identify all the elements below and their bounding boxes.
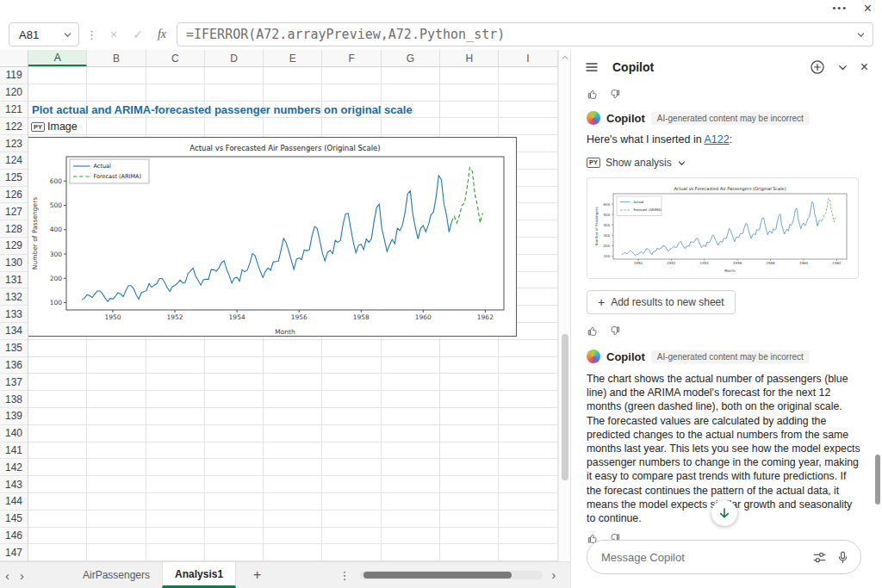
row-header-139[interactable]: 139 (0, 408, 28, 425)
scroll-right-icon[interactable]: › (551, 568, 556, 582)
svg-text:Actual: Actual (94, 163, 112, 170)
message-feedback-row (587, 325, 861, 337)
add-results-button[interactable]: + Add results to new sheet (587, 290, 736, 314)
scroll-up-icon[interactable] (561, 53, 569, 62)
column-header-D[interactable]: D (205, 50, 264, 66)
svg-text:1962: 1962 (832, 261, 842, 265)
row-header-141[interactable]: 141 (0, 443, 28, 460)
formula-bar-dots-icon[interactable]: ⋮ (84, 28, 99, 41)
sheet-vertical-scrollbar[interactable] (558, 50, 570, 561)
svg-text:Month: Month (724, 269, 736, 273)
grid-cells[interactable]: Plot actual and ARIMA-forecasted passeng… (28, 67, 558, 561)
menu-icon[interactable] (585, 60, 599, 74)
inserted-message: Here's what I inserted in A122: (587, 133, 861, 145)
row-header-126[interactable]: 126 (0, 187, 28, 204)
sheet-tab-analysis1[interactable]: Analysis1 (162, 562, 236, 588)
copilot-pane-scrollbar[interactable] (875, 455, 880, 504)
column-header-F[interactable]: F (322, 50, 381, 66)
previous-feedback-row (587, 88, 861, 101)
thumbs-up-icon[interactable] (587, 88, 599, 101)
svg-text:1952: 1952 (667, 261, 676, 265)
row-header-125[interactable]: 125 (0, 170, 28, 187)
column-header-E[interactable]: E (264, 50, 322, 66)
row-header-133[interactable]: 133 (0, 306, 28, 323)
row-header-136[interactable]: 136 (0, 357, 28, 374)
sheet-nav-left-icon[interactable]: ‹ (0, 568, 15, 583)
thumbs-up-icon[interactable] (587, 325, 599, 337)
thumbs-down-icon[interactable] (608, 88, 621, 101)
row-header-132[interactable]: 132 (0, 288, 28, 306)
svg-text:500: 500 (604, 213, 611, 217)
row-header-129[interactable]: 129 (0, 238, 28, 255)
horizontal-scroll-thumb[interactable] (363, 572, 512, 579)
thumbs-down-icon[interactable] (608, 325, 621, 337)
microphone-icon[interactable] (835, 550, 850, 565)
svg-text:400: 400 (50, 226, 63, 233)
row-header-135[interactable]: 135 (0, 340, 28, 357)
window-close-icon[interactable]: × (864, 1, 872, 16)
column-header-H[interactable]: H (440, 50, 499, 66)
chart-preview-card[interactable]: 1950195219541956195819601962100200300400… (587, 177, 859, 279)
svg-text:1952: 1952 (167, 313, 183, 321)
row-header-122[interactable]: 122 (0, 118, 28, 135)
row-header-128[interactable]: 128 (0, 220, 28, 238)
row-header-147[interactable]: 147 (0, 544, 28, 561)
row-header-120[interactable]: 120 (0, 84, 28, 102)
row-header-140[interactable]: 140 (0, 425, 28, 443)
horizontal-scrollbar[interactable] (360, 571, 543, 579)
column-header-B[interactable]: B (87, 50, 146, 66)
cell-a122-python: PY Image (31, 118, 78, 135)
row-header-146[interactable]: 146 (0, 528, 28, 545)
svg-text:100: 100 (604, 254, 611, 258)
svg-text:300: 300 (604, 233, 611, 238)
row-header-124[interactable]: 124 (0, 152, 28, 170)
row-header-130[interactable]: 130 (0, 255, 28, 272)
insert-function-icon[interactable]: fx (152, 28, 171, 41)
embedded-chart-image[interactable]: 1950195219541956195819601962100200300400… (28, 137, 517, 337)
sheet-nav-right-icon[interactable]: › (15, 568, 29, 583)
show-analysis-toggle[interactable]: PY Show analysis (587, 157, 861, 169)
row-header-134[interactable]: 134 (0, 323, 28, 340)
name-box[interactable]: A81 (9, 22, 79, 46)
row-header-142[interactable]: 142 (0, 459, 28, 476)
vertical-scroll-thumb[interactable] (562, 334, 568, 480)
sliders-icon[interactable] (812, 550, 827, 565)
select-all-corner[interactable] (0, 50, 28, 66)
add-sheet-button[interactable]: + (253, 567, 261, 583)
sheet-tab-bar: ‹ › AirPassengers Analysis1 + ⋮ › (0, 561, 570, 588)
show-analysis-label: Show analysis (606, 157, 672, 169)
window-more-icon[interactable]: ••• (832, 3, 848, 13)
sheet-tab-airpassengers[interactable]: AirPassengers (71, 562, 162, 588)
scroll-to-bottom-button[interactable] (711, 500, 737, 526)
column-header-G[interactable]: G (382, 50, 440, 66)
sheet-bar-dots-icon[interactable]: ⋮ (339, 569, 350, 582)
expand-formula-bar-icon[interactable] (856, 30, 866, 40)
formula-input[interactable] (186, 27, 856, 42)
confirm-formula-icon[interactable]: ✓ (128, 28, 147, 41)
row-header-131[interactable]: 131 (0, 272, 28, 289)
close-pane-icon[interactable]: × (860, 59, 868, 75)
collapse-pane-icon[interactable] (837, 62, 848, 73)
row-header-123[interactable]: 123 (0, 135, 28, 152)
column-header-A[interactable]: A (28, 50, 87, 66)
chevron-down-icon[interactable] (63, 30, 72, 40)
formula-bar-row: A81 ⋮ × ✓ fx (0, 19, 882, 50)
row-header-143[interactable]: 143 (0, 476, 28, 493)
row-header-144[interactable]: 144 (0, 493, 28, 511)
row-header-137[interactable]: 137 (0, 374, 28, 391)
cell-a121-heading: Plot actual and ARIMA-forecasted passeng… (32, 102, 413, 119)
svg-text:600: 600 (50, 177, 63, 185)
column-header-I[interactable]: I (499, 50, 557, 66)
chevron-down-icon[interactable] (677, 158, 686, 168)
row-header-119[interactable]: 119 (0, 67, 28, 84)
column-header-C[interactable]: C (146, 50, 205, 66)
cancel-formula-icon[interactable]: × (104, 28, 123, 41)
row-header-138[interactable]: 138 (0, 391, 28, 408)
cell-reference-link[interactable]: A122 (704, 133, 729, 145)
new-chat-icon[interactable] (810, 59, 825, 75)
sheet-tabs: AirPassengers Analysis1 (71, 562, 236, 588)
row-header-145[interactable]: 145 (0, 511, 28, 528)
message-copilot-input[interactable] (601, 551, 804, 564)
row-header-127[interactable]: 127 (0, 203, 28, 220)
row-header-121[interactable]: 121 (0, 102, 28, 119)
